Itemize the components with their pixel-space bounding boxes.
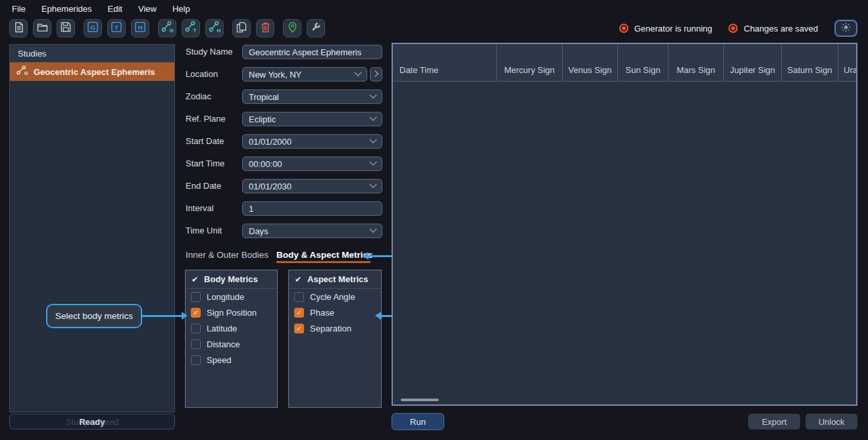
study-status-bar: Study created Ready <box>9 414 175 429</box>
column-header-venus-sign[interactable]: Venus Sign <box>563 44 618 81</box>
metric-item-cycle-angle[interactable]: Cycle Angle <box>289 289 381 305</box>
chevron-down-icon <box>369 91 376 99</box>
column-header-sun-sign[interactable]: Sun Sign <box>618 44 669 81</box>
studies-panel: Studies G Geocentric Aspect Ephemeris <box>9 44 175 412</box>
aspect-geocentric-button[interactable]: G <box>158 19 176 37</box>
menu-ephemerides[interactable]: Ephemerides <box>41 4 92 14</box>
checkbox[interactable] <box>294 308 304 318</box>
svg-text:T: T <box>115 24 118 31</box>
settings-button[interactable] <box>307 19 325 37</box>
metric-item-sign-position[interactable]: Sign Position <box>186 305 277 320</box>
arrow-head-left-icon <box>363 252 369 260</box>
menu-view[interactable]: View <box>138 4 157 14</box>
tab-inner-outer-bodies[interactable]: Inner & Outer Bodies <box>186 250 268 262</box>
column-header-saturn-sign[interactable]: Saturn Sign <box>782 44 838 81</box>
column-header-date-time[interactable]: Date Time <box>393 44 497 81</box>
metric-label: Distance <box>207 339 240 349</box>
horizontal-scrollbar-thumb[interactable] <box>401 399 439 401</box>
topocentric-button[interactable]: T <box>107 19 126 37</box>
checkbox[interactable] <box>191 308 201 318</box>
aspect-metrics-header[interactable]: ✔ Aspect Metrics <box>289 270 381 289</box>
time-unit-value: Days <box>249 226 268 236</box>
changes-status: Changes are saved <box>728 24 818 34</box>
letter-g-square-icon: G <box>88 22 98 35</box>
new-document-icon <box>14 22 24 36</box>
body-metrics-title: Body Metrics <box>204 274 258 284</box>
start-date-select[interactable]: 01/01/2000 <box>242 134 382 149</box>
metric-item-latitude[interactable]: Latitude <box>186 320 277 336</box>
run-button[interactable]: Run <box>392 413 444 430</box>
zodiac-select[interactable]: Tropical <box>242 89 382 104</box>
metric-item-speed[interactable]: Speed <box>186 352 277 368</box>
delete-button[interactable] <box>256 19 274 37</box>
open-folder-button[interactable] <box>33 19 51 37</box>
metric-item-longitude[interactable]: Longitude <box>186 289 277 305</box>
copy-button[interactable] <box>232 19 251 37</box>
arrow-head-left-icon <box>375 312 381 320</box>
start-time-value: 00:00:00 <box>249 159 282 169</box>
start-date-value: 01/01/2000 <box>249 137 292 147</box>
checkbox[interactable] <box>294 324 304 333</box>
end-date-select[interactable]: 01/01/2030 <box>242 179 382 193</box>
interval-input[interactable] <box>242 201 382 216</box>
location-expand-button[interactable] <box>370 67 382 82</box>
svg-text:H: H <box>217 28 221 33</box>
checkbox[interactable] <box>191 355 201 365</box>
chevron-down-icon <box>369 226 376 233</box>
location-select[interactable]: New York, NY <box>242 67 367 82</box>
checkbox[interactable] <box>191 324 201 333</box>
location-button[interactable] <box>283 19 301 37</box>
export-button[interactable]: Export <box>748 414 800 429</box>
checkbox[interactable] <box>191 339 201 349</box>
interval-label: Interval <box>186 201 241 216</box>
chevron-down-icon <box>369 136 376 143</box>
time-unit-select[interactable]: Days <box>242 224 382 238</box>
column-header-jupiter-sign[interactable]: Jupiter Sign <box>724 44 782 81</box>
location-label: Location <box>186 67 241 82</box>
study-name-input[interactable] <box>242 45 382 59</box>
time-unit-label: Time Unit <box>186 224 241 238</box>
letter-tool-group: G T H <box>84 19 149 37</box>
metric-label: Separation <box>310 324 351 333</box>
tab-body-aspect-metrics[interactable]: Body & Aspect Metrics <box>276 250 373 262</box>
svg-text:T: T <box>193 28 197 33</box>
metric-item-distance[interactable]: Distance <box>186 336 277 352</box>
aspect-heliocentric-button[interactable]: H <box>205 19 224 37</box>
active-tab-underline <box>276 261 370 263</box>
end-date-value: 01/01/2030 <box>249 182 292 191</box>
start-time-select[interactable]: 00:00:00 <box>242 157 382 171</box>
new-document-button[interactable] <box>9 19 28 37</box>
chevron-down-icon <box>369 114 376 121</box>
ref-plane-value: Ecliptic <box>249 114 276 124</box>
theme-toggle-button[interactable] <box>834 20 857 37</box>
unlock-button[interactable]: Unlock <box>805 414 857 429</box>
column-header-uranus-sign[interactable]: Uranus Sign <box>838 44 856 81</box>
metric-item-separation[interactable]: Separation <box>289 320 381 336</box>
heliocentric-button[interactable]: H <box>131 19 149 37</box>
geocentric-button[interactable]: G <box>84 19 102 37</box>
save-button[interactable] <box>57 19 75 37</box>
checkbox[interactable] <box>191 292 201 302</box>
metric-item-phase[interactable]: Phase <box>289 305 381 320</box>
column-header-mars-sign[interactable]: Mars Sign <box>669 44 724 81</box>
metric-label: Cycle Angle <box>310 292 355 302</box>
aspect-topocentric-button[interactable]: T <box>182 19 200 37</box>
menu-file[interactable]: File <box>12 4 26 14</box>
aspect-metrics-panel: ✔ Aspect Metrics Cycle Angle Phase Separ… <box>288 270 382 408</box>
callout-select-body-metrics: Select body metrics <box>46 304 142 328</box>
body-metrics-header[interactable]: ✔ Body Metrics <box>186 270 277 289</box>
column-header-mercury-sign[interactable]: Mercury Sign <box>497 44 563 81</box>
svg-text:G: G <box>170 28 174 33</box>
checkbox[interactable] <box>294 292 304 302</box>
top-status-area: Generator is running Changes are saved <box>619 20 857 37</box>
end-date-label: End Date <box>186 179 241 193</box>
menu-help[interactable]: Help <box>172 4 190 14</box>
edit-tool-group <box>232 19 274 37</box>
sidebar-item-geocentric-aspect-ephemeris[interactable]: G Geocentric Aspect Ephemeris <box>10 62 174 81</box>
metric-label: Speed <box>207 355 232 365</box>
studies-panel-title: Studies <box>10 45 174 62</box>
save-floppy-icon <box>61 22 71 35</box>
menu-edit[interactable]: Edit <box>108 4 122 14</box>
study-name-label: Study Name <box>186 45 241 59</box>
ref-plane-select[interactable]: Ecliptic <box>242 112 382 126</box>
